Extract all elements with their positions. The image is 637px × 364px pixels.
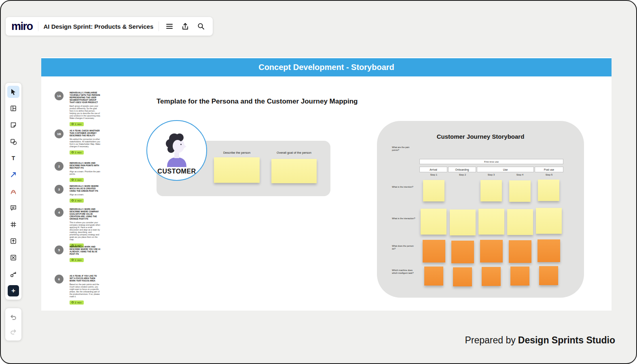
search-icon[interactable] <box>196 21 206 32</box>
miro-logo[interactable]: miro <box>11 21 33 32</box>
comment-icon <box>10 204 17 212</box>
step-item-1a[interactable]: 1A Individually, familiarise yourself wi… <box>55 91 103 127</box>
undo-button[interactable] <box>7 311 19 323</box>
phase-header-cell[interactable]: First time use <box>419 159 563 164</box>
sticky-note[interactable] <box>482 267 501 286</box>
step-item-6[interactable]: 6 As a team, if you like to set a focus … <box>55 275 103 305</box>
arrow-tool[interactable] <box>7 169 19 181</box>
phase-cell-use[interactable]: Use <box>477 167 534 172</box>
row-label-machine-task[interactable]: Which machine does which intelligent tas… <box>392 269 415 274</box>
step-heading: Individually, mark and describe where co… <box>70 208 101 220</box>
step-item-4[interactable]: 4 Individually, mark and describe where … <box>55 208 103 248</box>
board-title[interactable]: AI Design Sprint: Products & Services <box>44 23 154 30</box>
app-frame: miro AI Design Sprint: Products & Servic… <box>0 0 637 364</box>
sticky-note[interactable] <box>423 180 444 201</box>
sticky-note[interactable] <box>271 159 317 183</box>
upload-icon <box>10 237 17 245</box>
text-tool[interactable]: T <box>7 152 19 164</box>
redo-button[interactable] <box>7 326 19 338</box>
sticky-note[interactable] <box>509 240 531 263</box>
clock-icon <box>72 259 74 261</box>
step-number: 1A <box>55 91 63 100</box>
sticky-note[interactable] <box>536 208 562 234</box>
time-badge: 1 min <box>70 258 84 262</box>
step-number: 5 <box>55 245 63 254</box>
step-heading: As a team, if you like to set a focus ar… <box>70 275 101 282</box>
step-number: 1B <box>55 129 63 138</box>
step-number: 4 <box>55 208 63 217</box>
sticky-note[interactable] <box>424 267 443 286</box>
step-label: Step 4 <box>506 174 534 176</box>
row-label-intention[interactable]: What is the intention? <box>392 186 415 188</box>
sticky-note[interactable] <box>507 209 533 235</box>
sticky-note[interactable] <box>509 180 531 202</box>
frame-icon <box>10 221 17 228</box>
persona-section-heading[interactable]: Template for the Persona and the Custome… <box>157 97 358 106</box>
sticky-note[interactable] <box>510 267 529 286</box>
describe-person-label[interactable]: Describe the person <box>214 151 260 154</box>
step-heading: Individually, mark and describe pain poi… <box>70 162 101 169</box>
persona-avatar-circle[interactable]: CUSTOMER <box>146 120 207 181</box>
sticky-note[interactable] <box>453 267 472 286</box>
customer-illustration <box>159 132 195 167</box>
step-item-5[interactable]: 5 Individually, mark and describe where … <box>55 245 103 262</box>
step-item-1b[interactable]: 1B As a team, check whether this custome… <box>55 129 103 155</box>
sticky-note[interactable] <box>539 266 558 285</box>
divider <box>159 21 159 31</box>
tools-panel: T <box>5 83 21 300</box>
row-label-pain-points[interactable]: What are the pain points? <box>392 146 415 151</box>
shapes-tool[interactable] <box>7 135 19 148</box>
step-heading: Individually, mark where much value is c… <box>70 185 101 192</box>
sticky-note[interactable] <box>480 180 502 201</box>
goal-of-person-label[interactable]: Overall goal of the person <box>271 151 317 154</box>
sticky-note[interactable] <box>450 210 476 235</box>
sticky-note[interactable] <box>480 240 503 262</box>
undo-icon <box>10 313 17 321</box>
board-canvas[interactable]: Concept Development - Storyboard 1A Indi… <box>41 57 612 311</box>
step-label: Step 2 <box>448 174 477 176</box>
pen-tool[interactable] <box>7 185 19 197</box>
sticky-note[interactable] <box>421 209 447 235</box>
menu-icon[interactable] <box>164 21 175 32</box>
upload-tool[interactable] <box>7 235 19 247</box>
export-icon[interactable] <box>180 21 190 32</box>
customer-label: CUSTOMER <box>157 168 196 175</box>
step-body: This is where you consider your company … <box>70 221 101 241</box>
phase-cell-arrival[interactable]: Arrival <box>419 167 447 172</box>
connector-tool[interactable] <box>7 268 19 280</box>
step-item-3[interactable]: 3 Individually, mark where much value is… <box>55 185 103 203</box>
add-apps-button[interactable]: + <box>7 285 19 297</box>
arrow-icon <box>10 171 17 178</box>
cursor-icon <box>10 88 17 95</box>
embed-tool[interactable] <box>7 252 19 264</box>
sticky-note[interactable] <box>478 209 504 235</box>
credit-prefix: Prepared by <box>465 335 515 345</box>
clock-icon <box>72 199 74 201</box>
time-badge: 1 min <box>70 122 84 126</box>
step-number: 2 <box>55 162 63 171</box>
select-tool[interactable] <box>7 86 19 98</box>
clock-icon <box>72 123 74 125</box>
step-body: Each group of people uses your product d… <box>70 105 101 119</box>
templates-tool[interactable] <box>7 102 19 114</box>
time-badge: 1 min <box>70 150 84 154</box>
sticky-note[interactable] <box>538 239 560 262</box>
sticky-note-tool[interactable] <box>7 119 19 131</box>
row-label-person-do[interactable]: What does the person do? <box>392 245 415 250</box>
box-x-icon <box>10 254 17 261</box>
step-body: We added the connection to other stakeho… <box>70 138 101 148</box>
sticky-note[interactable] <box>538 180 559 201</box>
step-item-2[interactable]: 2 Individually, mark and describe pain p… <box>55 162 103 182</box>
phase-cell-post-use[interactable]: Post use <box>535 167 563 172</box>
storyboard-panel[interactable]: Customer Journey Storyboard What are the… <box>377 121 584 298</box>
phase-cell-onboarding[interactable]: Onboarding <box>448 167 476 172</box>
row-label-interaction[interactable]: What is the interaction? <box>392 217 415 220</box>
comment-tool[interactable] <box>7 202 19 214</box>
sticky-note[interactable] <box>451 241 474 263</box>
frame-tool[interactable] <box>7 218 19 231</box>
step-body: Based on the pain points and the much va… <box>70 283 101 298</box>
sticky-note[interactable] <box>214 157 260 183</box>
sticky-note[interactable] <box>423 240 445 262</box>
board-header-banner[interactable]: Concept Development - Storyboard <box>41 58 612 76</box>
time-badge: 3 min <box>70 178 84 182</box>
